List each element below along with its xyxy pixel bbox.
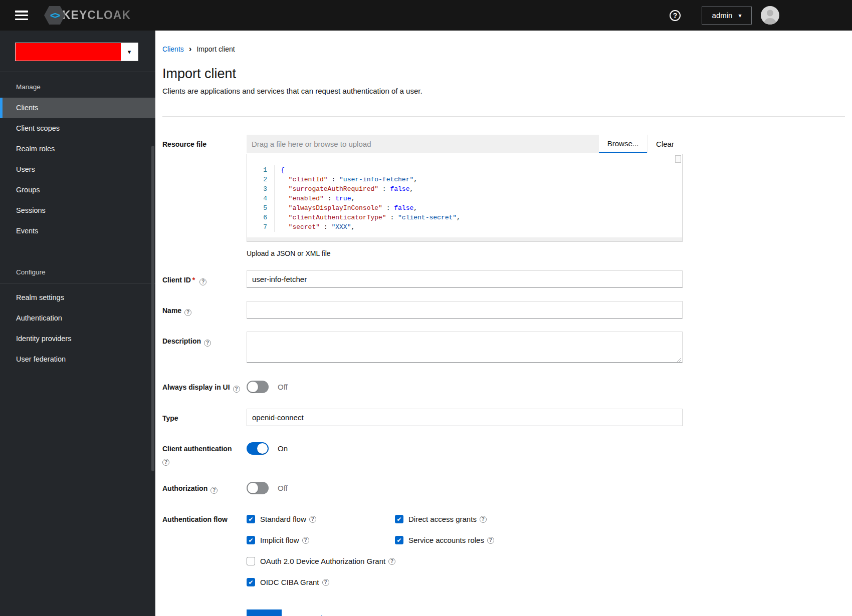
help-icon[interactable]: ? [204,340,211,347]
sidebar-item-user-federation[interactable]: User federation [0,349,155,370]
line-number: 2 [247,175,274,184]
resource-file-label: Resource file [162,135,247,257]
sidebar-item-client-scopes[interactable]: Client scopes [0,118,155,139]
authorization-row: Authorization? Off [162,479,845,497]
help-icon[interactable]: ? [388,558,395,565]
sidebar-item-realm-roles[interactable]: Realm roles [0,139,155,159]
help-icon[interactable]: ? [210,487,218,494]
editor-vertical-scrollbar[interactable] [675,155,681,163]
file-drop-zone[interactable]: Drag a file here or browse to upload [247,135,599,153]
help-icon[interactable]: ? [487,537,494,544]
oidc-ciba-grant-checkbox[interactable]: ✔ [247,578,255,586]
code-text: "surrogateAuthRequired" : false, [274,184,413,194]
always-display-label: Always display in UI? [162,378,247,396]
direct-access-grants-option: ✔ Direct access grants ? [395,515,683,523]
description-row: Description? [162,332,845,365]
check-icon: ✔ [248,516,253,522]
file-upload-widget: Drag a file here or browse to upload Bro… [247,135,683,153]
code-text: "alwaysDisplayInConsole" : false, [274,203,417,213]
oauth-device-grant-option: ✔ OAuth 2.0 Device Authorization Grant ? [247,557,683,565]
sidebar-item-authentication[interactable]: Authentication [0,308,155,329]
sidebar-item-clients[interactable]: Clients [0,98,155,118]
help-icon[interactable]: ? [162,459,169,466]
clear-button[interactable]: Clear [647,135,683,153]
help-icon[interactable]: ? [302,537,309,544]
page-title: Import client [162,66,845,82]
code-text: "enabled" : true, [274,194,355,203]
sidebar: ▾ Manage Clients Client scopes Realm rol… [0,31,155,616]
client-authentication-toggle[interactable] [247,442,269,455]
user-name: admin [712,11,733,20]
line-number: 1 [247,165,274,175]
code-lines: 1{2 "clientId" : "user-info-fetcher",3 "… [247,165,682,232]
implicit-flow-checkbox[interactable]: ✔ [247,536,255,544]
chevron-down-icon: ▾ [738,12,741,19]
sidebar-item-sessions[interactable]: Sessions [0,200,155,221]
import-client-form: Resource file Drag a file here or browse… [155,117,852,616]
line-number: 6 [247,213,274,222]
sidebar-scrollbar[interactable] [151,146,154,471]
line-number: 4 [247,194,274,203]
help-icon[interactable]: ? [199,278,206,285]
check-icon: ✔ [396,516,401,522]
line-number: 5 [247,203,274,213]
code-text: "secret" : "XXX", [274,222,355,232]
help-icon[interactable]: ? [322,579,329,586]
cancel-link[interactable]: Cancel [299,614,322,616]
browse-button[interactable]: Browse... [599,135,647,153]
name-row: Name? [162,301,845,319]
sidebar-item-identity-providers[interactable]: Identity providers [0,329,155,349]
hamburger-menu-icon[interactable] [15,11,28,20]
standard-flow-checkbox[interactable]: ✔ [247,515,255,523]
checkbox-label: OAuth 2.0 Device Authorization Grant [260,557,385,565]
breadcrumb-separator-icon: › [189,45,192,53]
avatar[interactable] [761,6,779,25]
toggle-state-label: Off [278,484,288,492]
nav-section-configure: Configure [0,257,155,283]
code-text: "clientId" : "user-info-fetcher", [274,175,417,184]
resource-file-row: Resource file Drag a file here or browse… [162,135,845,257]
oauth-device-grant-checkbox[interactable]: ✔ [247,557,255,565]
save-button[interactable]: Save [247,609,282,616]
help-icon[interactable]: ? [670,10,681,21]
sidebar-item-events[interactable]: Events [0,221,155,241]
client-id-label: Client ID*? [162,270,247,288]
main-content: Clients › Import client Import client Cl… [155,31,852,616]
code-editor[interactable]: 1{2 "clientId" : "user-info-fetcher",3 "… [247,154,683,242]
oidc-ciba-grant-option: ✔ OIDC CIBA Grant ? [247,578,683,586]
code-line: 4 "enabled" : true, [247,194,682,203]
client-id-row: Client ID*? [162,270,845,288]
code-text: { [274,165,285,175]
breadcrumb-clients-link[interactable]: Clients [162,45,184,53]
description-textarea[interactable] [247,332,683,363]
required-asterisk: * [192,276,195,284]
chevron-down-icon: ▾ [121,43,138,61]
check-icon: ✔ [248,579,253,585]
help-icon[interactable]: ? [480,516,487,523]
editor-horizontal-scrollbar[interactable] [247,237,682,241]
realm-selector[interactable]: ▾ [15,43,138,61]
direct-access-grants-checkbox[interactable]: ✔ [395,515,403,523]
authorization-toggle[interactable] [247,482,269,494]
authorization-label: Authorization? [162,479,247,497]
authentication-flow-options: ✔ Standard flow ? ✔ Direct access grants… [247,510,683,586]
sidebar-item-groups[interactable]: Groups [0,180,155,200]
service-accounts-roles-checkbox[interactable]: ✔ [395,536,403,544]
line-number: 3 [247,184,274,194]
keycloak-logo: <> KEYCLOAK [44,6,131,25]
sidebar-item-users[interactable]: Users [0,159,155,180]
sidebar-item-realm-settings[interactable]: Realm settings [0,287,155,308]
checkbox-label: Direct access grants [408,515,477,523]
user-menu-dropdown[interactable]: admin ▾ [702,7,752,25]
name-input[interactable] [247,301,683,319]
help-icon[interactable]: ? [233,386,240,393]
toggle-state-label: On [278,444,288,453]
type-input[interactable] [247,409,683,426]
client-id-input[interactable] [247,270,683,288]
authentication-flow-label: Authentication flow [162,510,247,586]
code-line: 3 "surrogateAuthRequired" : false, [247,184,682,194]
help-icon[interactable]: ? [309,516,316,523]
always-display-row: Always display in UI? Off [162,378,845,396]
help-icon[interactable]: ? [184,309,191,316]
always-display-toggle[interactable] [247,381,269,393]
